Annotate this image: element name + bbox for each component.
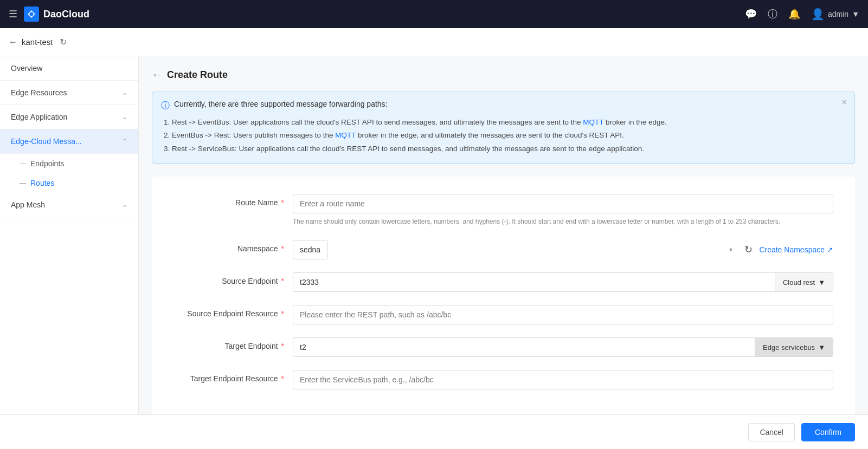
help-icon[interactable]: ⓘ bbox=[768, 8, 777, 21]
source-endpoint-resource-required: * bbox=[279, 309, 284, 318]
sidebar-item-app-mesh-label: App Mesh bbox=[11, 200, 45, 209]
source-endpoint-control: Cloud rest ▼ bbox=[293, 272, 833, 292]
namespace-required: * bbox=[279, 244, 284, 253]
target-endpoint-required: * bbox=[279, 342, 284, 350]
info-box-item-2: EventBus -> Rest: Users publish messages… bbox=[172, 129, 846, 142]
message-icon[interactable]: 💬 bbox=[745, 8, 757, 20]
source-endpoint-input-wrap: Cloud rest ▼ bbox=[293, 272, 833, 292]
target-endpoint-type-label: Edge servicebus bbox=[763, 343, 815, 352]
form-row-route-name: Route Name * The name should only contai… bbox=[173, 194, 833, 227]
form-row-source-endpoint: Source Endpoint * Cloud rest ▼ bbox=[173, 272, 833, 292]
svg-point-1 bbox=[30, 12, 34, 16]
sidebar-item-app-mesh[interactable]: App Mesh ⌄ bbox=[0, 193, 138, 217]
sidebar-item-edge-cloud-messaging[interactable]: Edge-Cloud Messa... ⌃ bbox=[0, 129, 138, 154]
topnav-icons: 💬 ⓘ 🔔 👤 admin ▼ bbox=[745, 8, 859, 21]
topnav: ☰ DaoCloud 💬 ⓘ 🔔 👤 admin ▼ bbox=[0, 0, 868, 28]
hamburger-menu[interactable]: ☰ bbox=[9, 8, 17, 20]
sidebar-item-edge-resources[interactable]: Edge Resources ⌄ bbox=[0, 81, 138, 105]
mqtt-link-1: MQTT bbox=[583, 118, 603, 126]
source-endpoint-resource-input[interactable] bbox=[293, 305, 833, 324]
target-endpoint-dropdown-icon: ▼ bbox=[818, 343, 825, 352]
info-box-close-button[interactable]: × bbox=[842, 97, 847, 107]
logo-text: DaoCloud bbox=[43, 9, 89, 20]
form-row-namespace: Namespace * sedna ↻ Create Namespace ↗ bbox=[173, 240, 833, 259]
source-endpoint-label: Source Endpoint * bbox=[173, 272, 293, 285]
subheader: ← kant-test ↻ bbox=[0, 28, 868, 56]
user-avatar-icon: 👤 bbox=[811, 8, 825, 21]
sidebar-item-edge-application-chevron: ⌄ bbox=[122, 113, 127, 121]
sidebar-item-edge-application[interactable]: Edge Application ⌄ bbox=[0, 105, 138, 129]
info-box-item-3: Rest -> ServiceBus: User applications ca… bbox=[172, 142, 846, 155]
sidebar-item-edge-cloud-messaging-label: Edge-Cloud Messa... bbox=[11, 137, 82, 146]
target-endpoint-input-wrap: Edge servicebus ▼ bbox=[293, 337, 833, 357]
sidebar-subitem-endpoints[interactable]: — Endpoints bbox=[0, 154, 138, 173]
route-name-input[interactable] bbox=[293, 194, 833, 213]
content-area: ← Create Route ⓘ Currently, there are th… bbox=[139, 56, 868, 414]
info-box-item-1: Rest -> EventBus: User applications call… bbox=[172, 116, 846, 129]
source-endpoint-type-button[interactable]: Cloud rest ▼ bbox=[775, 272, 833, 292]
logo: DaoCloud bbox=[24, 6, 89, 22]
namespace-select-wrap: sedna ↻ Create Namespace ↗ bbox=[293, 240, 833, 259]
target-endpoint-resource-input[interactable] bbox=[293, 370, 833, 389]
confirm-button[interactable]: Confirm bbox=[801, 423, 855, 441]
create-namespace-text: Create Namespace bbox=[759, 245, 825, 254]
source-endpoint-type-label: Cloud rest bbox=[783, 278, 815, 287]
user-dropdown-icon: ▼ bbox=[852, 10, 859, 18]
target-endpoint-type-button[interactable]: Edge servicebus ▼ bbox=[755, 337, 833, 357]
target-endpoint-control: Edge servicebus ▼ bbox=[293, 337, 833, 357]
subheader-project-name: kant-test bbox=[22, 37, 53, 47]
sidebar-subitem-routes[interactable]: — Routes bbox=[0, 173, 138, 193]
page-title: Create Route bbox=[167, 69, 228, 81]
logo-icon bbox=[24, 6, 39, 22]
sidebar-item-edge-resources-chevron: ⌄ bbox=[122, 89, 127, 96]
sidebar-item-overview-label: Overview bbox=[11, 64, 42, 73]
sidebar-subitem-endpoints-dash: — bbox=[20, 160, 26, 167]
namespace-select-container: sedna bbox=[293, 240, 738, 259]
namespace-control: sedna ↻ Create Namespace ↗ bbox=[293, 240, 833, 259]
target-endpoint-text-input[interactable] bbox=[293, 337, 755, 357]
info-box-title-row: ⓘ Currently, there are three supported m… bbox=[161, 100, 846, 112]
cancel-button[interactable]: Cancel bbox=[748, 423, 795, 441]
form-row-target-endpoint-resource: Target Endpoint Resource * bbox=[173, 370, 833, 389]
sidebar-subitem-endpoints-label: Endpoints bbox=[30, 159, 64, 168]
page-header: ← Create Route bbox=[152, 69, 855, 81]
external-link-icon: ↗ bbox=[827, 245, 833, 254]
form-row-source-endpoint-resource: Source Endpoint Resource * bbox=[173, 305, 833, 324]
sidebar-item-overview[interactable]: Overview bbox=[0, 56, 138, 81]
info-circle-icon: ⓘ bbox=[161, 100, 170, 112]
info-box-title-text: Currently, there are three supported mes… bbox=[174, 100, 388, 108]
info-box: ⓘ Currently, there are three supported m… bbox=[152, 92, 855, 164]
bell-icon[interactable]: 🔔 bbox=[788, 8, 800, 20]
sidebar-item-edge-cloud-messaging-chevron: ⌃ bbox=[122, 138, 127, 145]
info-box-list: Rest -> EventBus: User applications call… bbox=[161, 116, 846, 155]
namespace-label: Namespace * bbox=[173, 240, 293, 253]
route-name-label: Route Name * bbox=[173, 194, 293, 207]
source-endpoint-required: * bbox=[279, 277, 284, 285]
source-endpoint-dropdown-icon: ▼ bbox=[818, 278, 825, 287]
sidebar: Overview Edge Resources ⌄ Edge Applicati… bbox=[0, 56, 139, 414]
user-menu[interactable]: 👤 admin ▼ bbox=[811, 8, 859, 21]
namespace-refresh-button[interactable]: ↻ bbox=[744, 244, 753, 256]
target-endpoint-resource-label: Target Endpoint Resource * bbox=[173, 370, 293, 383]
create-namespace-link[interactable]: Create Namespace ↗ bbox=[759, 245, 833, 254]
source-endpoint-resource-label: Source Endpoint Resource * bbox=[173, 305, 293, 318]
target-endpoint-resource-required: * bbox=[279, 374, 284, 383]
route-name-hint: The name should only contain lowercase l… bbox=[293, 217, 833, 227]
user-name: admin bbox=[828, 10, 848, 18]
route-name-control: The name should only contain lowercase l… bbox=[293, 194, 833, 227]
target-endpoint-label: Target Endpoint * bbox=[173, 337, 293, 350]
footer: Cancel Confirm bbox=[0, 414, 868, 449]
namespace-select[interactable]: sedna bbox=[293, 240, 328, 259]
sidebar-subitem-routes-label: Routes bbox=[30, 179, 54, 187]
sidebar-subitem-routes-dash: — bbox=[20, 179, 26, 187]
sidebar-item-edge-resources-label: Edge Resources bbox=[11, 88, 67, 97]
main-layout: Overview Edge Resources ⌄ Edge Applicati… bbox=[0, 56, 868, 414]
route-name-required: * bbox=[279, 198, 284, 207]
sidebar-item-app-mesh-chevron: ⌄ bbox=[122, 201, 127, 209]
sidebar-item-edge-application-label: Edge Application bbox=[11, 113, 67, 121]
subheader-refresh-button[interactable]: ↻ bbox=[60, 37, 67, 47]
subheader-back-button[interactable]: ← bbox=[9, 37, 17, 47]
page-back-button[interactable]: ← bbox=[152, 69, 162, 81]
target-endpoint-resource-control bbox=[293, 370, 833, 389]
source-endpoint-text-input[interactable] bbox=[293, 272, 775, 292]
